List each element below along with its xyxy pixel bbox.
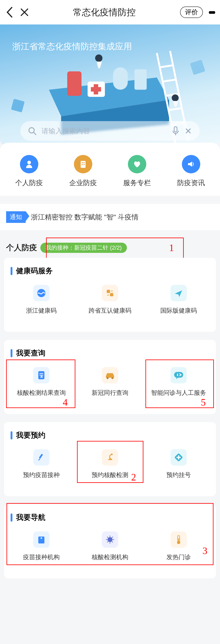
svg-rect-17 <box>11 99 25 112</box>
appointment-card: 我要预约 预约疫苗接种 预约核酸检测 预约挂号 2 <box>4 422 216 496</box>
svg-rect-31 <box>110 293 113 296</box>
thermometer-icon <box>175 535 182 544</box>
section-title: 个人防疫 <box>6 242 37 253</box>
nav-label: 防疫资讯 <box>166 178 216 188</box>
svg-rect-39 <box>177 374 178 376</box>
svg-line-41 <box>38 459 40 460</box>
query-card: 我要查询 核酸检测结果查询 新冠同行查询 智能问诊与人工服务 4 5 <box>4 340 216 414</box>
nav-label: 服务专栏 <box>112 178 162 188</box>
svg-line-55 <box>112 542 113 542</box>
annotation-number-2: 2 <box>131 472 136 483</box>
svg-point-23 <box>27 161 31 164</box>
card-title: 我要导航 <box>16 512 45 522</box>
hero-banner: 浙江省常态化疫情防控集成应用 <box>0 24 220 147</box>
notice-badge: 通知 <box>6 211 26 223</box>
heart-icon <box>132 159 142 169</box>
annotation-number-5: 5 <box>201 397 206 408</box>
microscope-icon <box>105 453 115 462</box>
card-title: 我要预约 <box>16 430 45 440</box>
clipboard-icon <box>37 370 46 380</box>
svc-label: 国际版健康码 <box>147 306 210 322</box>
svc-vaccine-appoint[interactable]: 预约疫苗接种 <box>8 449 75 487</box>
svc-label: 新冠同行查询 <box>78 389 142 404</box>
quick-nav-card: 个人防疫 企业防疫 服务专栏 防疫资讯 <box>0 143 220 196</box>
svg-rect-33 <box>39 373 43 374</box>
card-title: 健康码服务 <box>16 266 53 276</box>
svc-international-code[interactable]: 国际版健康码 <box>145 285 212 322</box>
search-bar[interactable] <box>20 121 200 141</box>
navigation-card: 我要导航 疫苗接种机构 核酸检测机构 发热门诊 3 <box>4 504 216 578</box>
svc-registration[interactable]: 预约挂号 <box>145 449 212 487</box>
notice-text: 浙江精密智控 数字赋能 "智" 斗疫情 <box>31 212 139 222</box>
svg-rect-28 <box>83 164 85 165</box>
svg-rect-27 <box>82 164 83 165</box>
building-icon <box>79 160 88 169</box>
svg-line-20 <box>34 132 36 134</box>
svg-rect-45 <box>177 457 181 458</box>
plus-diamond-icon <box>174 453 183 462</box>
svg-point-49 <box>108 537 112 542</box>
annotation-number-1: 1 <box>169 242 174 253</box>
hospital-icon <box>37 535 46 544</box>
svg-rect-18 <box>190 60 205 75</box>
voice-icon[interactable] <box>172 126 179 136</box>
swap-icon <box>106 288 114 298</box>
search-icon <box>28 126 37 136</box>
evaluate-button[interactable]: 评价 <box>180 6 203 18</box>
svc-fever-clinic[interactable]: 发热门诊 <box>145 532 212 569</box>
svg-rect-6 <box>113 67 128 90</box>
plane-icon <box>174 288 183 298</box>
virus-icon <box>105 535 115 544</box>
svg-line-56 <box>112 537 113 538</box>
svg-point-36 <box>111 377 113 379</box>
svc-label: 疫苗接种机构 <box>10 553 73 569</box>
svg-rect-34 <box>39 375 43 376</box>
vaccination-status-chip[interactable]: 我的接种：新冠疫苗二针 (2/2) <box>40 243 127 253</box>
svg-line-10 <box>160 65 173 67</box>
svg-rect-25 <box>82 162 83 163</box>
nav-services[interactable]: 服务专栏 <box>112 155 162 188</box>
close-icon[interactable] <box>20 8 28 16</box>
svg-rect-24 <box>81 161 86 168</box>
more-icon[interactable]: ••• <box>209 7 214 18</box>
svg-rect-37 <box>174 372 183 378</box>
svg-line-13 <box>169 108 182 110</box>
nav-personal[interactable]: 个人防疫 <box>4 155 54 188</box>
svg-rect-60 <box>178 538 179 542</box>
svg-rect-7 <box>134 69 147 90</box>
svc-label: 发热门诊 <box>147 553 210 569</box>
notice-bar[interactable]: 通知 浙江精密智控 数字赋能 "智" 斗疫情 <box>0 204 220 230</box>
speaker-icon <box>186 160 196 169</box>
svc-zhejiang-code[interactable]: 浙江健康码 <box>8 285 75 322</box>
nav-label: 企业防疫 <box>58 178 108 188</box>
svg-point-42 <box>111 454 113 455</box>
syringe-icon <box>36 452 46 462</box>
card-title: 我要查询 <box>16 348 45 358</box>
page-title: 常态化疫情防控 <box>28 6 180 18</box>
svc-label: 浙江健康码 <box>10 306 73 322</box>
svc-nucleic-org[interactable]: 核酸检测机构 <box>77 532 143 569</box>
person-icon <box>24 160 34 169</box>
svg-rect-2 <box>67 71 81 96</box>
svc-travel-companion[interactable]: 新冠同行查询 <box>77 367 143 404</box>
nav-label: 个人防疫 <box>4 178 54 188</box>
svg-point-16 <box>172 94 179 101</box>
svc-cross-province-code[interactable]: 跨省互认健康码 <box>77 285 143 322</box>
back-icon[interactable] <box>6 7 13 18</box>
nav-news[interactable]: 防疫资讯 <box>166 155 216 188</box>
wave-icon <box>37 288 46 298</box>
search-input[interactable] <box>41 127 167 135</box>
svc-label: 预约疫苗接种 <box>10 471 73 487</box>
clear-icon[interactable] <box>184 127 192 135</box>
svc-label: 跨省互认健康码 <box>78 306 142 322</box>
chat-icon <box>173 371 184 379</box>
svc-vaccine-org[interactable]: 疫苗接种机构 <box>8 532 75 569</box>
health-code-card: 健康码服务 浙江健康码 跨省互认健康码 国际版健康码 <box>4 258 216 332</box>
svg-rect-48 <box>41 537 42 539</box>
svg-point-15 <box>95 54 102 62</box>
svg-line-57 <box>107 542 108 542</box>
nav-enterprise[interactable]: 企业防疫 <box>58 155 108 188</box>
svg-line-11 <box>163 80 176 82</box>
svc-label: 核酸检测机构 <box>78 553 142 569</box>
car-icon <box>104 371 116 379</box>
